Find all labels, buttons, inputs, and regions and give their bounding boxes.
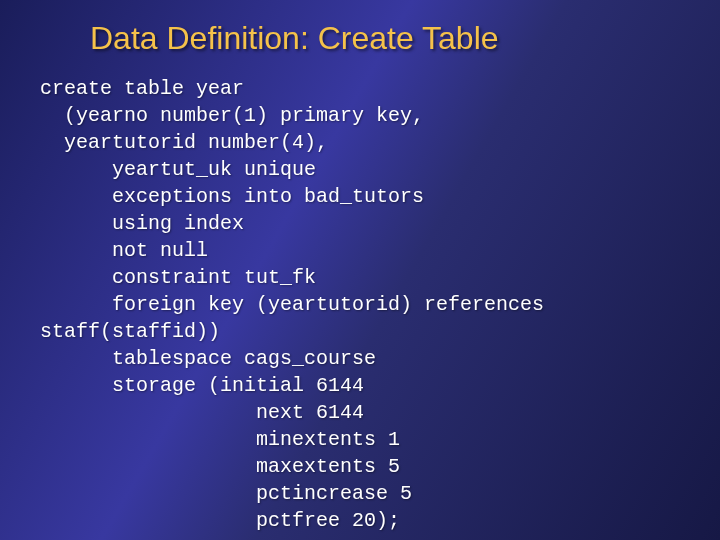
code-line: create table year xyxy=(40,77,244,100)
code-line: yeartut_uk unique xyxy=(40,158,316,181)
code-line: pctincrease 5 xyxy=(40,482,412,505)
code-line: staff(staffid)) xyxy=(40,320,220,343)
code-line: yeartutorid number(4), xyxy=(40,131,328,154)
code-line: pctfree 20); xyxy=(40,509,400,532)
code-line: foreign key (yeartutorid) references xyxy=(40,293,544,316)
code-line: not null xyxy=(40,239,208,262)
code-line: maxextents 5 xyxy=(40,455,400,478)
code-line: storage (initial 6144 xyxy=(40,374,364,397)
code-line: exceptions into bad_tutors xyxy=(40,185,424,208)
slide: Data Definition: Create Table create tab… xyxy=(0,0,720,534)
code-line: tablespace cags_course xyxy=(40,347,376,370)
code-line: next 6144 xyxy=(40,401,364,424)
slide-title: Data Definition: Create Table xyxy=(90,20,680,57)
sql-code-block: create table year (yearno number(1) prim… xyxy=(40,75,680,534)
code-line: constraint tut_fk xyxy=(40,266,316,289)
code-line: (yearno number(1) primary key, xyxy=(40,104,424,127)
code-line: using index xyxy=(40,212,244,235)
code-line: minextents 1 xyxy=(40,428,400,451)
